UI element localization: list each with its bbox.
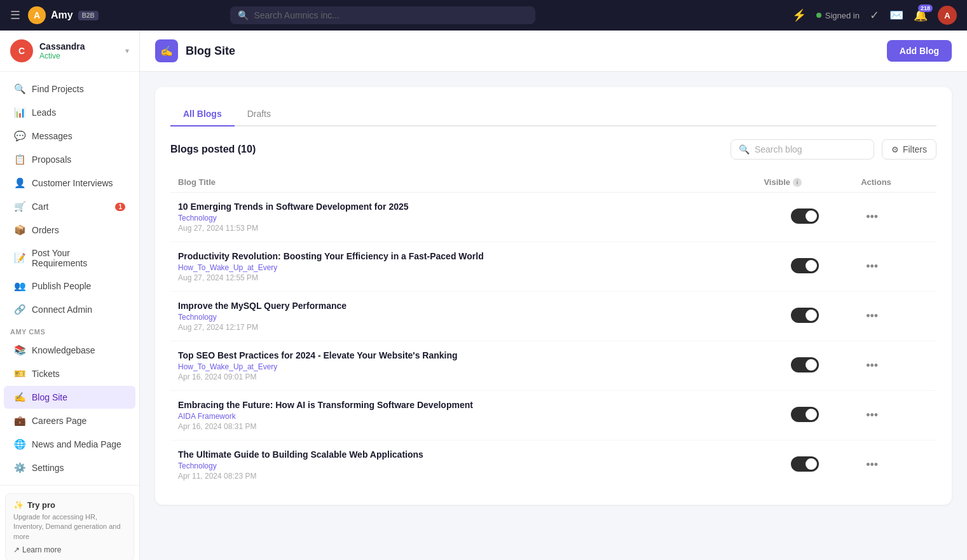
blog-category: How_To_Wake_Up_at_Every xyxy=(178,362,748,371)
sidebar-item-blog-site[interactable]: ✍️ Blog Site xyxy=(4,386,135,409)
customer-interviews-icon: 👤 xyxy=(14,177,25,189)
more-actions-button[interactable]: ••• xyxy=(861,208,883,226)
blog-card: All Blogs Drafts Blogs posted (10) 🔍 ⚙ F… xyxy=(155,87,952,505)
blog-title: The Ultimate Guide to Building Scalable … xyxy=(178,449,748,460)
global-search-input[interactable] xyxy=(254,10,528,20)
visible-toggle[interactable] xyxy=(791,258,819,273)
sidebar-item-news-media[interactable]: 🌐 News and Media Page xyxy=(4,433,135,456)
blog-category: How_To_Wake_Up_at_Every xyxy=(178,263,748,272)
find-projects-icon: 🔍 xyxy=(14,83,25,95)
search-blog-icon: 🔍 xyxy=(739,144,750,154)
more-actions-button[interactable]: ••• xyxy=(861,357,883,375)
visible-toggle[interactable] xyxy=(791,208,819,224)
post-requirements-icon: 📝 xyxy=(14,252,25,264)
sidebar-item-customer-interviews[interactable]: 👤 Customer Interviews xyxy=(4,172,135,195)
sidebar-item-cart[interactable]: 🛒 Cart 1 xyxy=(4,195,135,218)
blog-title-cell: Improve the MySQL Query Performance Tech… xyxy=(170,292,756,341)
sidebar-username: Cassandra xyxy=(39,41,119,51)
blog-visible-cell xyxy=(756,440,853,490)
hamburger-icon[interactable]: ☰ xyxy=(10,8,20,22)
sidebar-item-label: Cart xyxy=(32,201,109,212)
visible-label: Visible xyxy=(764,177,790,187)
visible-toggle[interactable] xyxy=(791,357,819,372)
signed-in-label: Signed in xyxy=(825,11,860,20)
cart-badge: 1 xyxy=(115,203,125,211)
sidebar-item-knowledgebase[interactable]: 📚 Knowledgebase xyxy=(4,339,135,362)
sidebar-item-label: Blog Site xyxy=(32,392,125,402)
sidebar-item-messages[interactable]: 💬 Messages xyxy=(4,125,135,147)
top-navigation: ☰ A Amy B2B 🔍 ⚡ Signed in ✓ ✉️ 🔔 218 A xyxy=(0,0,967,31)
mail-icon[interactable]: ✉️ xyxy=(889,8,903,22)
visible-info-icon[interactable]: i xyxy=(793,178,802,187)
toggle-slider xyxy=(791,357,819,372)
blog-actions-cell: ••• xyxy=(853,440,936,490)
search-icon: 🔍 xyxy=(238,10,249,20)
sidebar-chevron-icon: ▾ xyxy=(125,46,129,55)
blog-title: Top SEO Best Practices for 2024 - Elevat… xyxy=(178,350,748,360)
blog-tabs: All Blogs Drafts xyxy=(170,102,936,126)
table-row: Improve the MySQL Query Performance Tech… xyxy=(170,292,936,341)
sidebar-item-settings[interactable]: ⚙️ Settings xyxy=(4,456,135,479)
blog-title-cell: 10 Emerging Trends in Software Developme… xyxy=(170,193,756,242)
blog-category: AIDA Framework xyxy=(178,412,748,421)
page-title: Blog Site xyxy=(186,44,235,58)
sidebar-item-label: Proposals xyxy=(32,154,125,165)
sidebar-item-leads[interactable]: 📊 Leads xyxy=(4,101,135,124)
sidebar-item-post-requirements[interactable]: 📝 Post Your Requirements xyxy=(4,242,135,274)
learn-more-link[interactable]: ↗ Learn more xyxy=(13,545,126,554)
connect-admin-icon: 🔗 xyxy=(14,304,25,315)
blog-title-cell: Top SEO Best Practices for 2024 - Elevat… xyxy=(170,341,756,391)
main-layout: C Cassandra Active ▾ 🔍 Find Projects 📊 L… xyxy=(0,31,967,560)
activity-icon[interactable]: ⚡ xyxy=(792,8,806,22)
blog-date: Apr 11, 2024 08:23 PM xyxy=(178,472,748,481)
filters-button[interactable]: ⚙ Filters xyxy=(882,139,936,160)
notification-bell[interactable]: 🔔 218 xyxy=(914,8,928,22)
proposals-icon: 📋 xyxy=(14,154,25,165)
blog-actions-cell: ••• xyxy=(853,391,936,440)
more-actions-button[interactable]: ••• xyxy=(861,456,883,474)
toggle-slider xyxy=(791,456,819,472)
tab-all-blogs[interactable]: All Blogs xyxy=(170,102,235,126)
sidebar-bottom: ✨ Try pro Upgrade for accessing HR, Inve… xyxy=(0,485,139,560)
topnav-right: ⚡ Signed in ✓ ✉️ 🔔 218 A xyxy=(792,6,957,25)
sidebar-item-careers-page[interactable]: 💼 Careers Page xyxy=(4,409,135,432)
sidebar-item-label: News and Media Page xyxy=(32,439,125,449)
main-content: ✍️ Blog Site Add Blog All Blogs Drafts B… xyxy=(140,31,967,560)
blog-date: Apr 16, 2024 09:01 PM xyxy=(178,372,748,381)
toggle-slider xyxy=(791,208,819,224)
sidebar-item-label: Settings xyxy=(32,463,125,473)
blog-visible-cell xyxy=(756,341,853,391)
tab-drafts[interactable]: Drafts xyxy=(235,102,284,126)
news-media-icon: 🌐 xyxy=(14,439,25,450)
sidebar-user[interactable]: C Cassandra Active ▾ xyxy=(0,31,139,72)
toggle-slider xyxy=(791,258,819,273)
sidebar-item-orders[interactable]: 📦 Orders xyxy=(4,219,135,242)
search-blog-input[interactable] xyxy=(755,144,866,154)
visible-toggle[interactable] xyxy=(791,308,819,323)
user-avatar[interactable]: A xyxy=(938,6,957,25)
more-actions-button[interactable]: ••• xyxy=(861,307,883,325)
sidebar-item-find-projects[interactable]: 🔍 Find Projects xyxy=(4,78,135,100)
sidebar-item-publish-people[interactable]: 👥 Publish People xyxy=(4,275,135,297)
blog-visible-cell xyxy=(756,292,853,341)
blog-category: Technology xyxy=(178,214,748,222)
blog-visible-cell xyxy=(756,193,853,242)
sidebar-item-proposals[interactable]: 📋 Proposals xyxy=(4,148,135,171)
careers-page-icon: 💼 xyxy=(14,415,25,427)
table-row: Top SEO Best Practices for 2024 - Elevat… xyxy=(170,341,936,391)
learn-more-label: Learn more xyxy=(22,545,61,554)
visible-toggle[interactable] xyxy=(791,407,819,422)
add-blog-button[interactable]: Add Blog xyxy=(887,40,952,62)
blog-visible-cell xyxy=(756,242,853,292)
more-actions-button[interactable]: ••• xyxy=(861,406,883,425)
sidebar-item-tickets[interactable]: 🎫 Tickets xyxy=(4,362,135,385)
blog-table: Blog Title Visible i Actions xyxy=(170,172,936,489)
check-icon[interactable]: ✓ xyxy=(870,8,879,22)
sidebar: C Cassandra Active ▾ 🔍 Find Projects 📊 L… xyxy=(0,31,140,560)
sidebar-item-connect-admin[interactable]: 🔗 Connect Admin xyxy=(4,298,135,321)
sidebar-item-label: Publish People xyxy=(32,281,125,291)
try-pro-desc: Upgrade for accessing HR, Inventory, Dem… xyxy=(13,512,126,542)
more-actions-button[interactable]: ••• xyxy=(861,257,883,276)
visible-toggle[interactable] xyxy=(791,456,819,472)
blog-date: Aug 27, 2024 12:17 PM xyxy=(178,323,748,332)
